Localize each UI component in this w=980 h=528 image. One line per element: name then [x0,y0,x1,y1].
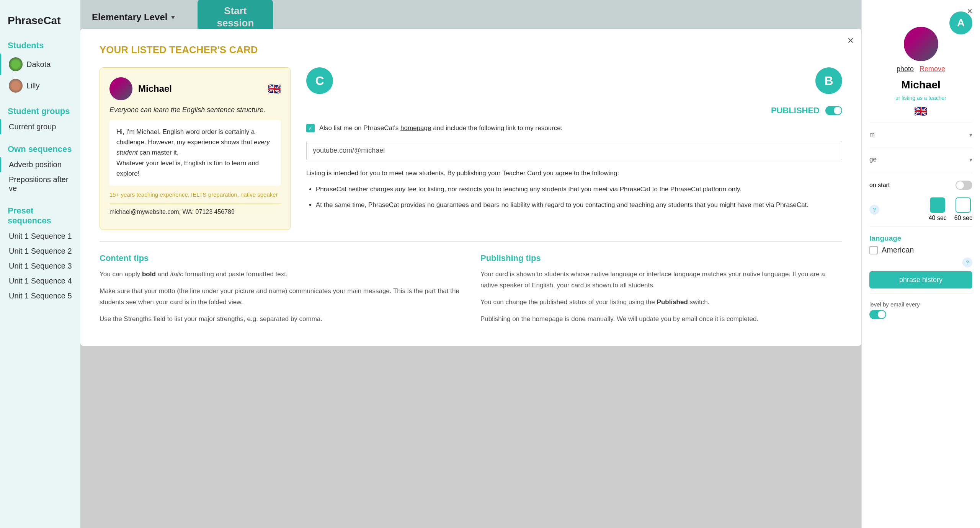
photo-remove-row: photo Remove [869,65,972,73]
remove-link[interactable]: Remove [920,65,945,73]
divider-5 [869,293,972,293]
content-tip-1: You can apply bold and italic formatting… [100,269,461,280]
photo-link[interactable]: photo [897,65,914,73]
content-tips-col: Content tips You can apply bold and ital… [100,253,461,331]
sidebar: PhraseCat Students Dakota Lilly Student … [0,0,80,528]
student-groups-section-label: Student groups [0,103,80,119]
student-name-lilly: Lilly [26,81,39,90]
teacher-name: Michael [138,83,172,94]
ge-label: ge [869,156,877,163]
time-options: 40 sec 60 sec [929,197,972,222]
content-tips-title: Content tips [100,253,461,263]
student-name-dakota: Dakota [26,60,51,69]
publishing-tip-3: Publishing on the homepage is done manua… [480,314,842,325]
right-panel: × photo Remove Michael A ur listing as a… [861,0,980,528]
teacher-body: Hi, I'm Michael. English word order is c… [109,120,281,186]
publishing-tip-2: You can change the published status of y… [480,297,842,308]
url-input[interactable] [306,141,842,160]
right-panel-a-badge: A [949,11,972,34]
help-icon-2[interactable]: ? [962,257,972,267]
teacher-motto: Everyone can learn the English sentence … [109,106,281,114]
american-row: American [869,246,972,254]
sidebar-item-dakota[interactable]: Dakota [0,54,80,75]
modal-close-button[interactable]: × [848,34,854,47]
flag-icon: 🇬🇧 [869,105,972,117]
content-tip-2: Make sure that your motto (the line unde… [100,286,461,308]
teacher-contact: michael@mywebsite.com, WA: 07123 456789 [109,204,281,220]
bullet-item-2: At the same time, PhraseCat provides no … [316,200,842,211]
time-section: ? 40 sec 60 sec [869,197,972,222]
content-tip-3: Use the Strengths field to list your maj… [100,314,461,325]
language-section-label: language [869,231,972,246]
american-checkbox[interactable] [869,246,878,254]
on-start-toggle[interactable] [956,181,972,190]
modal-left: Michael 🇬🇧 Everyone can learn the Englis… [100,67,291,230]
publishing-tip-1: Your card is shown to students whose nat… [480,269,842,291]
time-60: 60 sec [954,197,972,222]
listing-as-teacher-text: ur listing as a teacher [869,95,972,101]
teacher-avatar [109,77,132,100]
homepage-link[interactable]: homepage [400,124,431,132]
modal-right: C B PUBLISHED Also list me on PhraseCat'… [306,67,842,230]
sidebar-item-lilly[interactable]: Lilly [0,75,80,96]
b-published-row: B [815,67,842,102]
b-badge: B [815,67,842,94]
phrase-history-button[interactable]: phrase history [869,271,972,288]
modal: × YOUR LISTED TEACHER'S CARD Michael 🇬🇧 … [80,29,861,346]
right-panel-name: Michael [869,79,972,91]
level-by-email-row: level by email every [869,298,972,322]
divider-1 [869,122,972,122]
avatar-dakota [9,57,23,71]
terms-text: Listing is intended for you to meet new … [306,168,842,178]
m-chevron-down-icon[interactable]: ▾ [969,131,972,139]
badges-row: C B [306,67,842,102]
published-toggle[interactable] [825,106,842,115]
sidebar-item-unit1-seq4[interactable]: Unit 1 Sequence 4 [0,274,80,288]
bullet-item-1: PhraseCat neither charges any fee for li… [316,184,842,195]
teacher-card: Michael 🇬🇧 Everyone can learn the Englis… [100,67,291,230]
modal-divider [100,241,842,242]
divider-3 [869,172,972,172]
teacher-card-name-row: Michael [109,77,172,100]
help-row-2: ? [869,257,972,267]
ge-chevron-down-icon[interactable]: ▾ [969,156,972,163]
sidebar-item-current-group[interactable]: Current group [0,119,80,134]
bullet-list: PhraseCat neither charges any fee for li… [306,184,842,211]
level-toggle[interactable] [869,310,886,319]
c-badge: C [306,67,333,94]
app-title: PhraseCat [0,8,80,37]
on-start-row: on start [869,177,972,194]
published-row: PUBLISHED [306,106,842,116]
teacher-card-header: Michael 🇬🇧 [109,77,281,100]
students-section-label: Students [0,37,80,54]
right-panel-avatar [904,27,938,61]
also-list-checkbox[interactable] [306,124,315,132]
published-label: PUBLISHED [771,106,820,116]
modal-title: YOUR LISTED TEACHER'S CARD [100,44,842,56]
modal-columns: Michael 🇬🇧 Everyone can learn the Englis… [100,67,842,230]
uk-flag-icon: 🇬🇧 [268,83,281,95]
m-label: m [869,131,875,139]
also-list-row: Also list me on PhraseCat's homepage and… [306,123,842,133]
divider-2 [869,147,972,147]
ge-row: ge ▾ [869,152,972,167]
sidebar-item-unit1-seq3[interactable]: Unit 1 Sequence 3 [0,259,80,274]
m-row: m ▾ [869,127,972,142]
sidebar-item-prepositions[interactable]: Prepositions after ve [0,172,80,196]
sidebar-item-unit1-seq1[interactable]: Unit 1 Sequence 1 [0,229,80,244]
on-start-label: on start [869,182,890,189]
teacher-strengths: 15+ years teaching experience, IELTS pre… [109,191,281,198]
own-sequences-section-label: Own sequences [0,141,80,157]
preset-sequences-section-label: Preset sequences [0,203,80,229]
divider-4 [869,226,972,227]
time-40-box[interactable] [930,197,945,213]
publishing-tips-col: Publishing tips Your card is shown to st… [480,253,842,331]
american-label: American [882,246,914,254]
sidebar-item-adverb[interactable]: Adverb position [0,157,80,172]
sidebar-item-unit1-seq2[interactable]: Unit 1 Sequence 2 [0,244,80,259]
time-60-box[interactable] [956,197,971,213]
tips-columns: Content tips You can apply bold and ital… [100,253,842,331]
time-40: 40 sec [929,197,947,222]
sidebar-item-unit1-seq5[interactable]: Unit 1 Sequence 5 [0,288,80,303]
help-icon[interactable]: ? [869,205,879,215]
